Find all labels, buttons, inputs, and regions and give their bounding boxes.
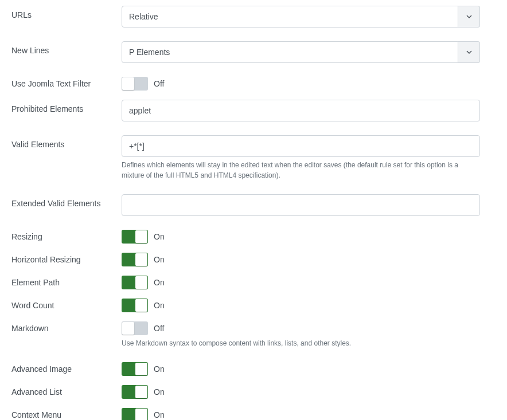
extended-valid-label: Extended Valid Elements (11, 194, 122, 208)
word-count-toggle[interactable] (122, 299, 148, 312)
advanced-image-label: Advanced Image (11, 362, 122, 374)
valid-elements-help: Defines which elements will stay in the … (122, 160, 480, 180)
prohibited-input[interactable] (122, 100, 480, 121)
advanced-image-toggle[interactable] (122, 362, 148, 376)
advanced-list-state: On (154, 387, 165, 397)
joomla-filter-toggle[interactable] (122, 77, 148, 91)
horizontal-resizing-toggle[interactable] (122, 253, 148, 266)
advanced-list-label: Advanced List (11, 385, 122, 397)
joomla-filter-label: Use Joomla Text Filter (11, 77, 122, 88)
prohibited-label: Prohibited Elements (11, 100, 122, 113)
newlines-label: New Lines (11, 41, 122, 55)
element-path-state: On (154, 278, 165, 287)
valid-elements-label: Valid Elements (11, 135, 122, 149)
horizontal-resizing-label: Horizontal Resizing (11, 253, 122, 264)
resizing-label: Resizing (11, 230, 122, 241)
valid-elements-input[interactable] (122, 135, 480, 157)
resizing-toggle[interactable] (122, 230, 148, 244)
word-count-state: On (154, 301, 165, 310)
context-menu-state: On (154, 410, 165, 419)
advanced-image-state: On (154, 364, 165, 374)
markdown-toggle[interactable] (122, 321, 148, 335)
newlines-value: P Elements (122, 41, 458, 63)
markdown-help: Use Markdown syntax to compose content w… (122, 338, 480, 348)
advanced-list-toggle[interactable] (122, 385, 148, 399)
horizontal-resizing-state: On (154, 255, 165, 264)
joomla-filter-state: Off (154, 79, 164, 88)
element-path-toggle[interactable] (122, 276, 148, 289)
newlines-select[interactable]: P Elements (122, 41, 480, 63)
word-count-label: Word Count (11, 299, 122, 310)
urls-label: URLs (11, 6, 122, 19)
context-menu-label: Context Menu (11, 408, 122, 419)
markdown-label: Markdown (11, 321, 122, 333)
chevron-down-icon[interactable] (458, 6, 480, 28)
resizing-state: On (154, 232, 165, 241)
extended-valid-input[interactable] (122, 194, 480, 216)
markdown-state: Off (154, 324, 164, 333)
chevron-down-icon[interactable] (458, 41, 480, 63)
urls-value: Relative (122, 6, 458, 28)
context-menu-toggle[interactable] (122, 408, 148, 420)
element-path-label: Element Path (11, 276, 122, 287)
urls-select[interactable]: Relative (122, 6, 480, 28)
